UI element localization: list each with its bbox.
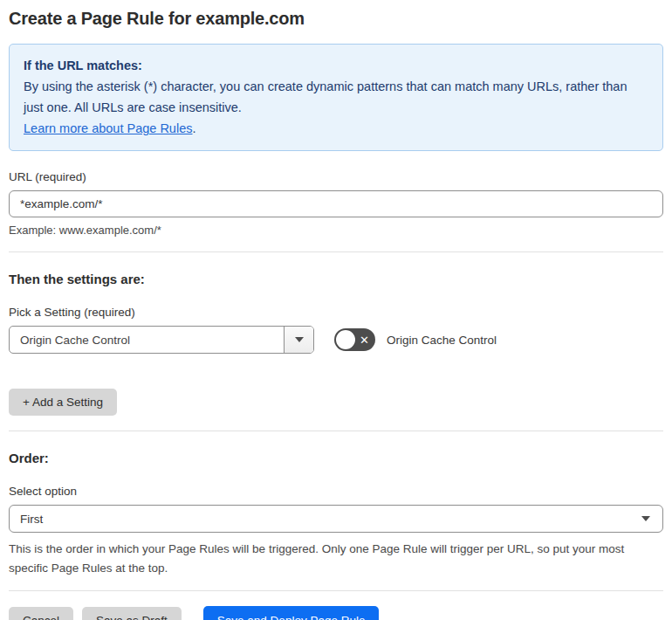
save-and-deploy-button[interactable]: Save and Deploy Page Rule xyxy=(203,606,380,620)
order-select-label: Select option xyxy=(9,485,663,498)
origin-cache-control-toggle[interactable]: ✕ xyxy=(334,328,375,351)
toggle-knob xyxy=(336,330,355,349)
chevron-down-icon xyxy=(641,516,650,521)
url-match-info-box: If the URL matches: By using the asteris… xyxy=(9,44,663,151)
chevron-down-icon xyxy=(295,337,304,342)
create-page-rule-form: Create a Page Rule for example.com If th… xyxy=(0,0,672,620)
section-divider xyxy=(9,251,663,252)
url-helper-text: Example: www.example.com/* xyxy=(9,224,663,237)
info-box-body: By using the asterisk (*) character, you… xyxy=(24,76,648,118)
setting-dropdown-value: Origin Cache Control xyxy=(10,327,284,353)
footer-actions: Cancel Save as Draft Save and Deploy Pag… xyxy=(9,606,663,620)
cancel-button[interactable]: Cancel xyxy=(9,607,73,620)
order-helper-text: This is the order in which your Page Rul… xyxy=(9,540,663,578)
toggle-label: Origin Cache Control xyxy=(387,334,497,347)
order-section-heading: Order: xyxy=(9,451,663,465)
url-field-label: URL (required) xyxy=(9,170,663,183)
footer-divider xyxy=(9,590,663,591)
info-box-heading: If the URL matches: xyxy=(24,55,648,76)
order-select[interactable]: First xyxy=(9,505,663,533)
url-input[interactable] xyxy=(9,190,663,217)
section-divider xyxy=(9,431,663,431)
page-title: Create a Page Rule for example.com xyxy=(9,9,663,29)
settings-section-heading: Then the settings are: xyxy=(9,272,663,286)
setting-dropdown[interactable]: Origin Cache Control xyxy=(9,326,314,354)
setting-row: Origin Cache Control ✕ Origin Cache Cont… xyxy=(9,326,663,354)
pick-setting-label: Pick a Setting (required) xyxy=(9,306,663,319)
order-select-value: First xyxy=(20,513,43,526)
add-setting-button[interactable]: + Add a Setting xyxy=(9,389,117,416)
setting-dropdown-arrow-cell[interactable] xyxy=(284,327,313,353)
learn-more-link[interactable]: Learn more about Page Rules xyxy=(24,121,192,135)
save-as-draft-button[interactable]: Save as Draft xyxy=(82,607,182,620)
link-period: . xyxy=(192,121,195,135)
toggle-off-x-icon: ✕ xyxy=(360,328,369,351)
info-box-link-line: Learn more about Page Rules. xyxy=(24,118,648,139)
